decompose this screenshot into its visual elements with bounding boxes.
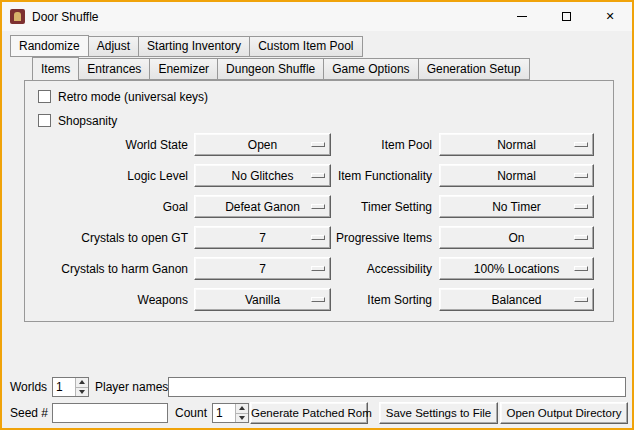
- field-row: Logic Level No Glitches: [30, 164, 331, 187]
- count-spinner[interactable]: [212, 403, 249, 423]
- dropdown-indicator-icon: [574, 142, 588, 147]
- item-functionality-dropdown[interactable]: Normal: [439, 164, 594, 187]
- logic-level-label: Logic Level: [30, 169, 188, 183]
- progressive-items-dropdown[interactable]: On: [439, 226, 594, 249]
- tab-enemizer[interactable]: Enemizer: [149, 58, 218, 80]
- tab-randomize[interactable]: Randomize: [10, 35, 89, 57]
- up-arrow-icon: [239, 406, 245, 410]
- crystals-harm-ganon-label: Crystals to harm Ganon: [30, 262, 188, 276]
- field-row: Accessibility 100% Locations: [312, 257, 594, 280]
- seed-label: Seed #: [10, 403, 48, 423]
- item-functionality-label: Item Functionality: [312, 169, 432, 183]
- item-pool-value: Normal: [497, 138, 536, 152]
- right-field-column: Item Pool Normal Item Functionality Norm…: [312, 133, 594, 319]
- maximize-button[interactable]: [544, 2, 588, 31]
- player-names-label: Player names: [95, 377, 168, 397]
- save-settings-button[interactable]: Save Settings to File: [379, 402, 498, 424]
- worlds-label: Worlds: [10, 377, 47, 397]
- field-row: Goal Defeat Ganon: [30, 195, 331, 218]
- worlds-spin-buttons: [75, 378, 88, 396]
- goal-dropdown[interactable]: Defeat Ganon: [194, 195, 331, 218]
- app-icon-glyph: [14, 12, 21, 21]
- field-row: Crystals to open GT 7: [30, 226, 331, 249]
- tab-starting-inventory[interactable]: Starting Inventory: [138, 36, 250, 57]
- up-arrow-icon: [79, 380, 85, 384]
- tab-custom-item-pool[interactable]: Custom Item Pool: [249, 36, 362, 57]
- outer-tab-bar: Randomize Adjust Starting Inventory Cust…: [10, 36, 362, 57]
- inner-tab-bar: Items Entrances Enemizer Dungeon Shuffle…: [32, 58, 529, 80]
- tab-generation-setup[interactable]: Generation Setup: [418, 58, 530, 80]
- goal-value: Defeat Ganon: [225, 200, 300, 214]
- window-title: Door Shuffle: [32, 10, 99, 24]
- field-row: Item Functionality Normal: [312, 164, 594, 187]
- goal-label: Goal: [30, 200, 188, 214]
- title-bar: Door Shuffle ✕: [2, 2, 632, 31]
- dropdown-indicator-icon: [574, 266, 588, 271]
- crystals-open-gt-value: 7: [259, 231, 266, 245]
- field-row: Progressive Items On: [312, 226, 594, 249]
- window-controls: ✕: [500, 2, 632, 31]
- accessibility-dropdown[interactable]: 100% Locations: [439, 257, 594, 280]
- checkbox-group: Retro mode (universal keys) Shopsanity: [38, 88, 208, 136]
- items-pane: Retro mode (universal keys) Shopsanity W…: [24, 80, 614, 322]
- tab-entrances[interactable]: Entrances: [78, 58, 150, 80]
- retro-mode-checkbox-row[interactable]: Retro mode (universal keys): [38, 88, 208, 105]
- crystals-open-gt-dropdown[interactable]: 7: [194, 226, 331, 249]
- item-pool-dropdown[interactable]: Normal: [439, 133, 594, 156]
- minimize-icon: [517, 16, 527, 17]
- close-button[interactable]: ✕: [588, 2, 632, 31]
- world-state-value: Open: [248, 138, 277, 152]
- logic-level-value: No Glitches: [231, 169, 293, 183]
- item-functionality-value: Normal: [497, 169, 536, 183]
- tab-items[interactable]: Items: [32, 57, 79, 80]
- count-input[interactable]: [213, 404, 235, 422]
- field-row: Timer Setting No Timer: [312, 195, 594, 218]
- worlds-up-button[interactable]: [76, 378, 88, 388]
- shopsanity-checkbox-row[interactable]: Shopsanity: [38, 112, 208, 129]
- count-up-button[interactable]: [236, 404, 248, 414]
- weapons-dropdown[interactable]: Vanilla: [194, 288, 331, 311]
- tab-adjust[interactable]: Adjust: [88, 36, 139, 57]
- worlds-down-button[interactable]: [76, 388, 88, 397]
- shopsanity-label: Shopsanity: [58, 114, 117, 128]
- open-output-directory-button[interactable]: Open Output Directory: [500, 402, 628, 424]
- shopsanity-checkbox[interactable]: [38, 114, 51, 127]
- field-row: Weapons Vanilla: [30, 288, 331, 311]
- player-names-input[interactable]: [168, 377, 626, 397]
- app-icon[interactable]: [10, 9, 25, 24]
- timer-setting-value: No Timer: [492, 200, 541, 214]
- weapons-label: Weapons: [30, 293, 188, 307]
- dropdown-indicator-icon: [574, 204, 588, 209]
- count-down-button[interactable]: [236, 414, 248, 423]
- item-sorting-value: Balanced: [491, 293, 541, 307]
- count-label: Count: [175, 403, 207, 423]
- worlds-spinner[interactable]: [52, 377, 89, 397]
- logic-level-dropdown[interactable]: No Glitches: [194, 164, 331, 187]
- down-arrow-icon: [79, 390, 85, 394]
- item-pool-label: Item Pool: [312, 138, 432, 152]
- world-state-dropdown[interactable]: Open: [194, 133, 331, 156]
- progressive-items-value: On: [508, 231, 524, 245]
- tab-dungeon-shuffle[interactable]: Dungeon Shuffle: [217, 58, 324, 80]
- window: Door Shuffle ✕ Randomize Adjust Starting…: [0, 0, 634, 430]
- world-state-label: World State: [30, 138, 188, 152]
- dropdown-indicator-icon: [574, 173, 588, 178]
- minimize-button[interactable]: [500, 2, 544, 31]
- accessibility-label: Accessibility: [312, 262, 432, 276]
- left-field-column: World State Open Logic Level No Glitches…: [30, 133, 331, 319]
- field-row: Item Sorting Balanced: [312, 288, 594, 311]
- retro-mode-checkbox[interactable]: [38, 90, 51, 103]
- accessibility-value: 100% Locations: [474, 262, 559, 276]
- weapons-value: Vanilla: [245, 293, 280, 307]
- field-row: World State Open: [30, 133, 331, 156]
- seed-input[interactable]: [52, 403, 168, 423]
- worlds-input[interactable]: [53, 378, 75, 396]
- field-row: Item Pool Normal: [312, 133, 594, 156]
- crystals-harm-ganon-dropdown[interactable]: 7: [194, 257, 331, 280]
- timer-setting-dropdown[interactable]: No Timer: [439, 195, 594, 218]
- maximize-icon: [562, 12, 571, 21]
- item-sorting-dropdown[interactable]: Balanced: [439, 288, 594, 311]
- progressive-items-label: Progressive Items: [312, 231, 432, 245]
- tab-game-options[interactable]: Game Options: [323, 58, 418, 80]
- generate-patched-rom-button[interactable]: Generate Patched Rom: [250, 402, 368, 424]
